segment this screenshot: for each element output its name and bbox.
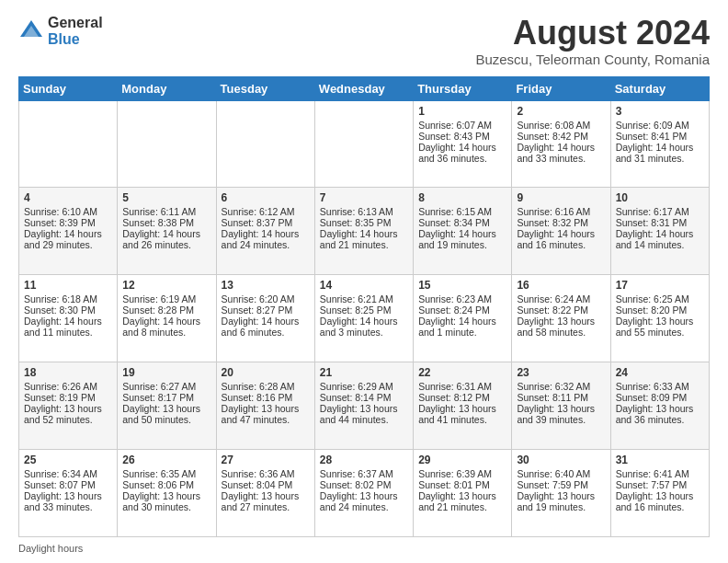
day-info: Sunrise: 6:17 AM	[616, 206, 704, 217]
day-number: 23	[517, 366, 605, 379]
calendar-cell: 3Sunrise: 6:09 AMSunset: 8:41 PMDaylight…	[610, 100, 709, 188]
calendar-cell: 5Sunrise: 6:11 AMSunset: 8:38 PMDaylight…	[118, 188, 216, 275]
day-info: Daylight: 14 hours and 24 minutes.	[222, 228, 310, 250]
calendar-cell: 23Sunrise: 6:32 AMSunset: 8:11 PMDayligh…	[512, 362, 610, 450]
day-info: Sunrise: 6:24 AM	[517, 293, 605, 304]
day-number: 24	[616, 366, 704, 379]
day-info: Sunset: 8:32 PM	[517, 217, 605, 228]
day-number: 12	[122, 279, 210, 292]
calendar-cell: 9Sunrise: 6:16 AMSunset: 8:32 PMDaylight…	[512, 188, 610, 275]
title-block: August 2024 Buzescu, Teleorman County, R…	[475, 15, 710, 67]
day-number: 13	[222, 279, 310, 292]
day-info: Sunset: 8:12 PM	[418, 392, 506, 403]
day-number: 28	[320, 454, 408, 466]
day-info: Sunrise: 6:26 AM	[24, 381, 112, 392]
day-info: Daylight: 13 hours and 19 minutes.	[517, 490, 605, 512]
day-info: Sunset: 8:16 PM	[222, 392, 310, 403]
day-info: Sunset: 8:34 PM	[418, 217, 506, 228]
day-number: 30	[517, 454, 605, 466]
day-info: Sunset: 8:22 PM	[517, 304, 605, 316]
day-info: Sunrise: 6:12 AM	[222, 206, 310, 217]
logo-general: General	[48, 15, 103, 31]
calendar-page: General Blue August 2024 Buzescu, Teleor…	[0, 0, 728, 563]
day-info: Sunrise: 6:07 AM	[418, 120, 506, 131]
day-number: 14	[320, 279, 408, 292]
day-info: Sunrise: 6:21 AM	[320, 293, 408, 304]
day-number: 10	[616, 191, 704, 204]
calendar-cell	[19, 100, 118, 188]
day-info: Sunset: 8:37 PM	[222, 217, 310, 228]
day-number: 6	[222, 191, 310, 204]
footer: Daylight hours	[18, 543, 710, 554]
day-info: Sunrise: 6:18 AM	[24, 293, 112, 304]
day-info: Sunrise: 6:20 AM	[222, 293, 310, 304]
day-number: 25	[24, 454, 112, 466]
day-info: Sunrise: 6:34 AM	[24, 468, 112, 479]
day-info: Sunset: 8:43 PM	[418, 131, 506, 142]
day-info: Sunset: 8:07 PM	[24, 479, 112, 490]
day-info: Sunset: 8:27 PM	[222, 304, 310, 316]
day-info: Daylight: 13 hours and 58 minutes.	[517, 316, 605, 338]
day-info: Sunrise: 6:15 AM	[418, 206, 506, 217]
calendar-cell: 13Sunrise: 6:20 AMSunset: 8:27 PMDayligh…	[216, 275, 314, 362]
day-info: Daylight: 13 hours and 36 minutes.	[616, 403, 704, 425]
day-info: Daylight: 14 hours and 33 minutes.	[517, 142, 605, 164]
day-number: 7	[320, 191, 408, 204]
day-info: Sunrise: 6:39 AM	[418, 468, 506, 479]
calendar-cell: 28Sunrise: 6:37 AMSunset: 8:02 PMDayligh…	[314, 450, 413, 537]
day-info: Sunset: 8:25 PM	[320, 304, 408, 316]
day-info: Daylight: 14 hours and 6 minutes.	[222, 316, 310, 338]
calendar-cell	[118, 100, 216, 188]
col-header-thursday: Thursday	[414, 76, 512, 100]
day-info: Daylight: 13 hours and 21 minutes.	[418, 490, 506, 512]
day-info: Sunset: 8:42 PM	[517, 131, 605, 142]
day-info: Daylight: 13 hours and 30 minutes.	[122, 490, 210, 512]
calendar-cell: 1Sunrise: 6:07 AMSunset: 8:43 PMDaylight…	[414, 100, 512, 188]
calendar-cell: 24Sunrise: 6:33 AMSunset: 8:09 PMDayligh…	[610, 362, 709, 450]
day-number: 4	[24, 191, 112, 204]
calendar-cell: 29Sunrise: 6:39 AMSunset: 8:01 PMDayligh…	[414, 450, 512, 537]
day-number: 29	[418, 454, 506, 466]
day-info: Sunrise: 6:41 AM	[616, 468, 704, 479]
day-number: 19	[122, 366, 210, 379]
main-title: August 2024	[475, 15, 710, 52]
day-info: Sunset: 8:01 PM	[418, 479, 506, 490]
day-info: Sunrise: 6:23 AM	[418, 293, 506, 304]
calendar-table: SundayMondayTuesdayWednesdayThursdayFrid…	[18, 76, 710, 537]
day-info: Sunrise: 6:08 AM	[517, 120, 605, 131]
calendar-cell: 10Sunrise: 6:17 AMSunset: 8:31 PMDayligh…	[610, 188, 709, 275]
logo-icon	[18, 18, 44, 44]
day-number: 18	[24, 366, 112, 379]
day-info: Daylight: 13 hours and 27 minutes.	[222, 490, 310, 512]
calendar-cell: 22Sunrise: 6:31 AMSunset: 8:12 PMDayligh…	[414, 362, 512, 450]
day-number: 21	[320, 366, 408, 379]
calendar-cell: 26Sunrise: 6:35 AMSunset: 8:06 PMDayligh…	[118, 450, 216, 537]
day-info: Daylight: 14 hours and 19 minutes.	[418, 228, 506, 250]
calendar-cell: 12Sunrise: 6:19 AMSunset: 8:28 PMDayligh…	[118, 275, 216, 362]
day-info: Daylight: 13 hours and 41 minutes.	[418, 403, 506, 425]
day-info: Daylight: 14 hours and 16 minutes.	[517, 228, 605, 250]
day-info: Sunrise: 6:40 AM	[517, 468, 605, 479]
col-header-wednesday: Wednesday	[314, 76, 413, 100]
calendar-cell: 18Sunrise: 6:26 AMSunset: 8:19 PMDayligh…	[19, 362, 118, 450]
day-info: Daylight: 13 hours and 50 minutes.	[122, 403, 210, 425]
day-info: Sunrise: 6:16 AM	[517, 206, 605, 217]
header: General Blue August 2024 Buzescu, Teleor…	[18, 15, 710, 67]
day-info: Sunset: 8:06 PM	[122, 479, 210, 490]
day-info: Sunset: 8:31 PM	[616, 217, 704, 228]
day-info: Daylight: 13 hours and 55 minutes.	[616, 316, 704, 338]
day-info: Sunset: 8:39 PM	[24, 217, 112, 228]
day-info: Sunrise: 6:32 AM	[517, 381, 605, 392]
day-info: Sunset: 8:41 PM	[616, 131, 704, 142]
col-header-sunday: Sunday	[19, 76, 118, 100]
day-info: Daylight: 14 hours and 3 minutes.	[320, 316, 408, 338]
day-info: Sunrise: 6:19 AM	[122, 293, 210, 304]
calendar-cell: 16Sunrise: 6:24 AMSunset: 8:22 PMDayligh…	[512, 275, 610, 362]
day-number: 31	[616, 454, 704, 466]
day-info: Sunset: 7:57 PM	[616, 479, 704, 490]
day-info: Sunset: 7:59 PM	[517, 479, 605, 490]
day-info: Daylight: 13 hours and 44 minutes.	[320, 403, 408, 425]
day-info: Sunset: 8:30 PM	[24, 304, 112, 316]
day-info: Daylight: 14 hours and 36 minutes.	[418, 142, 506, 164]
day-info: Sunset: 8:17 PM	[122, 392, 210, 403]
